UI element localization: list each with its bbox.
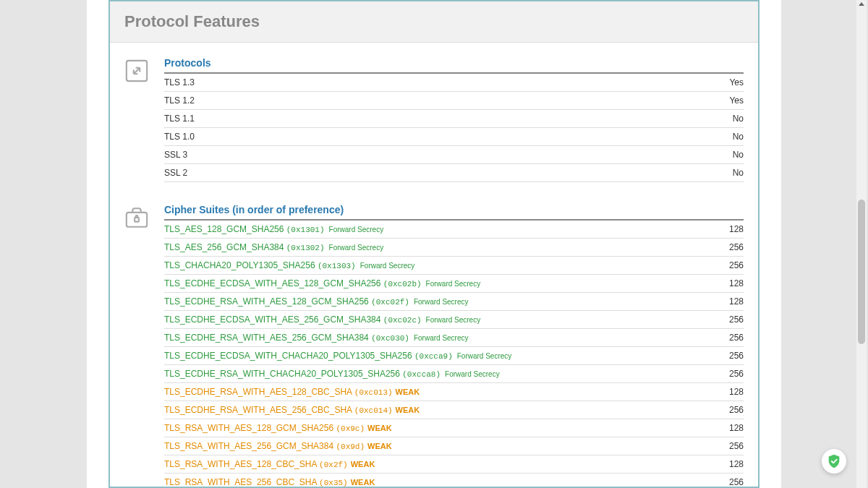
cipher-hex: (0xc02b) (383, 280, 422, 288)
cipher-bits: 128 (715, 224, 744, 234)
panel-body: Protocols TLS 1.3YesTLS 1.2YesTLS 1.1NoT… (110, 43, 758, 488)
cipher-bits: 128 (715, 387, 744, 397)
cipher-name: TLS_ECDHE_ECDSA_WITH_CHACHA20_POLY1305_S… (164, 351, 414, 361)
cipher-name: TLS_AES_256_GCM_SHA384 (164, 242, 286, 252)
cipher-bits: 128 (715, 423, 744, 433)
cipher-left: TLS_ECDHE_ECDSA_WITH_AES_128_GCM_SHA256 … (164, 278, 715, 288)
cipher-hex: (0xc013) (354, 388, 393, 397)
cipher-left: TLS_ECDHE_RSA_WITH_AES_256_GCM_SHA384 (0… (164, 333, 715, 343)
scrollbar[interactable] (856, 0, 867, 488)
table-row: TLS_ECDHE_ECDSA_WITH_CHACHA20_POLY1305_S… (164, 347, 744, 365)
cipher-name: TLS_ECDHE_RSA_WITH_AES_256_CBC_SHA (164, 405, 354, 415)
table-row: TLS_ECDHE_RSA_WITH_AES_256_CBC_SHA (0xc0… (164, 401, 744, 419)
cipher-left: TLS_RSA_WITH_AES_256_CBC_SHA (0x35)WEAK (164, 477, 715, 487)
protocol-value: No (715, 132, 744, 142)
panel-title: Protocol Features (124, 12, 744, 31)
cipher-name: TLS_RSA_WITH_AES_128_CBC_SHA (164, 459, 319, 469)
cipher-bits: 256 (715, 242, 744, 252)
ciphers-rows: TLS_AES_128_GCM_SHA256 (0x1301)Forward S… (164, 221, 744, 488)
cipher-bits: 128 (715, 459, 744, 469)
cipher-left: TLS_ECDHE_ECDSA_WITH_AES_256_GCM_SHA384 … (164, 314, 715, 325)
table-row: SSL 3No (164, 146, 744, 164)
forward-secrecy-tag: Forward Secrecy (426, 280, 481, 288)
protocols-content: Protocols TLS 1.3YesTLS 1.2YesTLS 1.1NoT… (164, 57, 744, 182)
cipher-left: TLS_ECDHE_RSA_WITH_AES_128_CBC_SHA (0xc0… (164, 387, 715, 397)
cipher-name: TLS_ECDHE_RSA_WITH_AES_256_GCM_SHA384 (164, 333, 371, 343)
cipher-bits: 256 (715, 260, 744, 270)
cipher-name: TLS_AES_128_GCM_SHA256 (164, 224, 286, 234)
cipher-name: TLS_ECDHE_RSA_WITH_AES_128_GCM_SHA256 (164, 296, 371, 307)
shield-badge[interactable] (822, 449, 846, 474)
protocol-value: Yes (715, 95, 744, 106)
protocol-value: No (715, 168, 744, 178)
cipher-hex: (0x1301) (286, 226, 325, 234)
cipher-name: TLS_RSA_WITH_AES_256_CBC_SHA (164, 477, 319, 487)
cipher-name: TLS_ECDHE_RSA_WITH_AES_128_CBC_SHA (164, 387, 354, 397)
forward-secrecy-tag: Forward Secrecy (414, 334, 469, 342)
cipher-hex: (0xcca9) (414, 352, 453, 361)
table-row: TLS_CHACHA20_POLY1305_SHA256 (0x1303)For… (164, 257, 744, 275)
ciphers-section: Cipher Suites (in order of preference) T… (124, 204, 744, 488)
cipher-hex: (0x2f) (319, 461, 348, 469)
cipher-bits: 128 (715, 296, 744, 307)
table-row: TLS_ECDHE_ECDSA_WITH_AES_128_GCM_SHA256 … (164, 275, 744, 293)
weak-tag: WEAK (367, 442, 392, 450)
weak-tag: WEAK (351, 460, 375, 468)
panel-header: Protocol Features (110, 1, 758, 43)
table-row: TLS_RSA_WITH_AES_128_GCM_SHA256 (0x9c)WE… (164, 419, 744, 437)
table-row: TLS 1.0No (164, 128, 744, 146)
cipher-bits: 256 (715, 369, 744, 379)
protocol-name: TLS 1.1 (164, 114, 715, 124)
svg-rect-1 (127, 213, 147, 227)
forward-secrecy-tag: Forward Secrecy (329, 244, 384, 252)
protocol-name: TLS 1.2 (164, 95, 715, 106)
cipher-left: TLS_RSA_WITH_AES_128_GCM_SHA256 (0x9c)WE… (164, 423, 715, 433)
ciphers-title: Cipher Suites (in order of preference) (164, 204, 744, 221)
scroll-thumb[interactable] (858, 200, 865, 344)
expand-icon (124, 57, 157, 182)
ciphers-content: Cipher Suites (in order of preference) T… (164, 204, 744, 488)
cipher-name: TLS_RSA_WITH_AES_256_GCM_SHA384 (164, 441, 336, 451)
briefcase-lock-icon (124, 204, 157, 488)
protocols-title: Protocols (164, 57, 744, 74)
cipher-name: TLS_RSA_WITH_AES_128_GCM_SHA256 (164, 423, 336, 433)
cipher-name: TLS_ECDHE_RSA_WITH_CHACHA20_POLY1305_SHA… (164, 369, 402, 379)
forward-secrecy-tag: Forward Secrecy (414, 298, 469, 306)
forward-secrecy-tag: Forward Secrecy (426, 316, 481, 324)
cipher-left: TLS_AES_256_GCM_SHA384 (0x1302)Forward S… (164, 242, 715, 252)
protocol-value: Yes (715, 77, 744, 87)
cipher-hex: (0xc030) (371, 334, 409, 343)
cipher-name: TLS_ECDHE_ECDSA_WITH_AES_128_GCM_SHA256 (164, 278, 383, 288)
cipher-bits: 256 (715, 477, 744, 487)
protocols-section: Protocols TLS 1.3YesTLS 1.2YesTLS 1.1NoT… (124, 57, 744, 182)
table-row: SSL 2No (164, 164, 744, 182)
cipher-hex: (0x1303) (318, 262, 356, 270)
table-row: TLS_RSA_WITH_AES_256_GCM_SHA384 (0x9d)WE… (164, 437, 744, 455)
cipher-left: TLS_ECDHE_ECDSA_WITH_CHACHA20_POLY1305_S… (164, 351, 715, 361)
protocols-rows: TLS 1.3YesTLS 1.2YesTLS 1.1NoTLS 1.0NoSS… (164, 74, 744, 182)
forward-secrecy-tag: Forward Secrecy (329, 226, 384, 234)
cipher-hex: (0xc02c) (383, 316, 422, 325)
cipher-bits: 256 (715, 333, 744, 343)
table-row: TLS_ECDHE_RSA_WITH_AES_256_GCM_SHA384 (0… (164, 329, 744, 347)
cipher-hex: (0x35) (319, 479, 348, 487)
cipher-name: TLS_ECDHE_ECDSA_WITH_AES_256_GCM_SHA384 (164, 314, 383, 325)
weak-tag: WEAK (367, 424, 392, 432)
weak-tag: WEAK (396, 388, 420, 396)
table-row: TLS_ECDHE_RSA_WITH_CHACHA20_POLY1305_SHA… (164, 365, 744, 383)
cipher-left: TLS_AES_128_GCM_SHA256 (0x1301)Forward S… (164, 224, 715, 234)
cipher-bits: 256 (715, 405, 744, 415)
cipher-hex: (0xcca8) (402, 370, 441, 379)
table-row: TLS_ECDHE_ECDSA_WITH_AES_256_GCM_SHA384 … (164, 311, 744, 329)
forward-secrecy-tag: Forward Secrecy (445, 370, 500, 378)
scroll-up-arrow-icon[interactable] (859, 2, 864, 6)
protocol-value: No (715, 114, 744, 124)
main-container: Protocol Features Protocols TLS 1.3YesTL… (87, 0, 781, 488)
cipher-left: TLS_ECDHE_RSA_WITH_AES_256_CBC_SHA (0xc0… (164, 405, 715, 415)
weak-tag: WEAK (351, 478, 375, 487)
cipher-bits: 256 (715, 314, 744, 325)
protocol-features-panel: Protocol Features Protocols TLS 1.3YesTL… (109, 0, 760, 488)
table-row: TLS 1.1No (164, 110, 744, 128)
table-row: TLS_AES_256_GCM_SHA384 (0x1302)Forward S… (164, 239, 744, 257)
cipher-hex: (0xc02f) (371, 298, 409, 307)
